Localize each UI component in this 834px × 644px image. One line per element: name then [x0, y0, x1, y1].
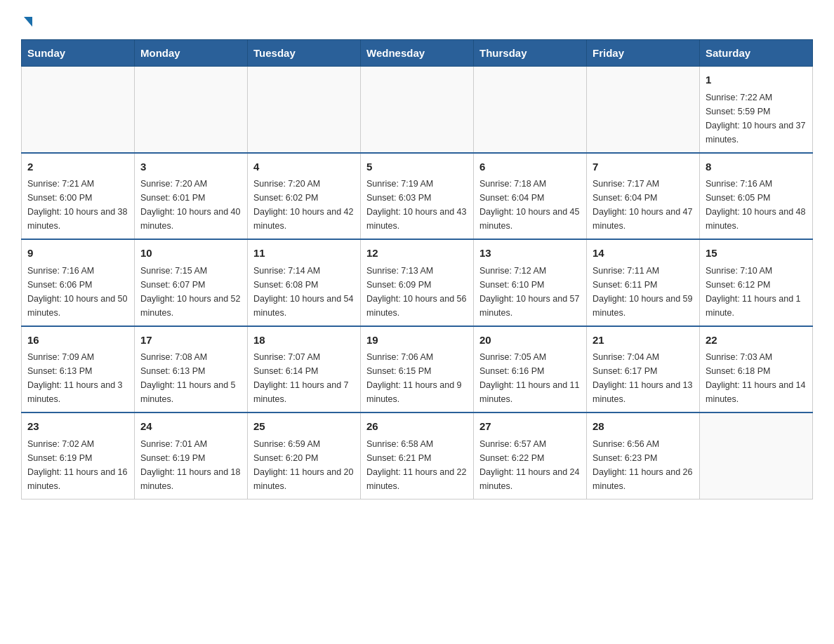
day-info: Sunrise: 7:16 AMSunset: 6:06 PMDaylight:…	[27, 264, 128, 320]
day-info: Sunrise: 7:14 AMSunset: 6:08 PMDaylight:…	[253, 264, 355, 320]
calendar-cell: 13Sunrise: 7:12 AMSunset: 6:10 PMDayligh…	[474, 239, 587, 326]
day-number: 25	[253, 419, 355, 435]
calendar-week-row: 16Sunrise: 7:09 AMSunset: 6:13 PMDayligh…	[22, 326, 813, 413]
calendar-week-row: 23Sunrise: 7:02 AMSunset: 6:19 PMDayligh…	[22, 412, 813, 499]
calendar-cell	[474, 67, 587, 153]
day-info: Sunrise: 7:03 AMSunset: 6:18 PMDaylight:…	[706, 350, 807, 406]
day-of-week-header: Friday	[587, 40, 700, 67]
day-info: Sunrise: 7:04 AMSunset: 6:17 PMDaylight:…	[593, 350, 694, 406]
calendar-cell: 9Sunrise: 7:16 AMSunset: 6:06 PMDaylight…	[22, 239, 135, 326]
calendar-cell: 12Sunrise: 7:13 AMSunset: 6:09 PMDayligh…	[361, 239, 474, 326]
day-number: 1	[706, 72, 807, 88]
day-info: Sunrise: 7:15 AMSunset: 6:07 PMDaylight:…	[140, 264, 241, 320]
calendar-week-row: 2Sunrise: 7:21 AMSunset: 6:00 PMDaylight…	[22, 153, 813, 240]
calendar-cell: 14Sunrise: 7:11 AMSunset: 6:11 PMDayligh…	[587, 239, 700, 326]
day-of-week-header: Thursday	[474, 40, 587, 67]
calendar-header-row: SundayMondayTuesdayWednesdayThursdayFrid…	[22, 40, 813, 67]
day-number: 24	[140, 419, 241, 435]
calendar-week-row: 1Sunrise: 7:22 AMSunset: 5:59 PMDaylight…	[22, 67, 813, 153]
day-number: 6	[479, 159, 581, 175]
calendar-cell	[135, 67, 248, 153]
day-info: Sunrise: 7:20 AMSunset: 6:02 PMDaylight:…	[253, 177, 355, 233]
calendar-cell: 2Sunrise: 7:21 AMSunset: 6:00 PMDaylight…	[22, 153, 135, 240]
calendar-cell	[22, 67, 135, 153]
calendar-table: SundayMondayTuesdayWednesdayThursdayFrid…	[21, 39, 813, 499]
calendar-cell	[700, 412, 813, 499]
calendar-week-row: 9Sunrise: 7:16 AMSunset: 6:06 PMDaylight…	[22, 239, 813, 326]
calendar-cell: 27Sunrise: 6:57 AMSunset: 6:22 PMDayligh…	[474, 412, 587, 499]
day-number: 12	[366, 246, 468, 262]
day-of-week-header: Monday	[135, 40, 248, 67]
day-info: Sunrise: 7:01 AMSunset: 6:19 PMDaylight:…	[140, 437, 241, 493]
day-info: Sunrise: 6:56 AMSunset: 6:23 PMDaylight:…	[593, 437, 694, 493]
day-info: Sunrise: 7:17 AMSunset: 6:04 PMDaylight:…	[593, 177, 694, 233]
day-number: 4	[253, 159, 355, 175]
day-number: 3	[140, 159, 241, 175]
day-number: 28	[593, 419, 694, 435]
calendar-cell	[587, 67, 700, 153]
day-info: Sunrise: 7:19 AMSunset: 6:03 PMDaylight:…	[366, 177, 468, 233]
day-of-week-header: Saturday	[700, 40, 813, 67]
calendar-cell: 3Sunrise: 7:20 AMSunset: 6:01 PMDaylight…	[135, 153, 248, 240]
day-number: 10	[140, 246, 241, 262]
day-info: Sunrise: 7:10 AMSunset: 6:12 PMDaylight:…	[706, 264, 807, 320]
calendar-cell: 28Sunrise: 6:56 AMSunset: 6:23 PMDayligh…	[587, 412, 700, 499]
day-number: 5	[366, 159, 468, 175]
calendar-cell: 8Sunrise: 7:16 AMSunset: 6:05 PMDaylight…	[700, 153, 813, 240]
day-info: Sunrise: 7:09 AMSunset: 6:13 PMDaylight:…	[27, 350, 128, 406]
day-number: 23	[27, 419, 128, 435]
calendar-cell: 23Sunrise: 7:02 AMSunset: 6:19 PMDayligh…	[22, 412, 135, 499]
calendar-cell: 15Sunrise: 7:10 AMSunset: 6:12 PMDayligh…	[700, 239, 813, 326]
day-info: Sunrise: 6:58 AMSunset: 6:21 PMDaylight:…	[366, 437, 468, 493]
calendar-cell: 18Sunrise: 7:07 AMSunset: 6:14 PMDayligh…	[248, 326, 361, 413]
logo-arrow-icon	[24, 17, 32, 27]
calendar-cell: 11Sunrise: 7:14 AMSunset: 6:08 PMDayligh…	[248, 239, 361, 326]
day-info: Sunrise: 7:02 AMSunset: 6:19 PMDaylight:…	[27, 437, 128, 493]
calendar-cell: 22Sunrise: 7:03 AMSunset: 6:18 PMDayligh…	[700, 326, 813, 413]
day-number: 26	[366, 419, 468, 435]
calendar-cell: 20Sunrise: 7:05 AMSunset: 6:16 PMDayligh…	[474, 326, 587, 413]
logo	[21, 14, 32, 25]
day-info: Sunrise: 7:05 AMSunset: 6:16 PMDaylight:…	[479, 350, 581, 406]
calendar-cell: 5Sunrise: 7:19 AMSunset: 6:03 PMDaylight…	[361, 153, 474, 240]
day-number: 20	[479, 333, 581, 349]
calendar-cell: 16Sunrise: 7:09 AMSunset: 6:13 PMDayligh…	[22, 326, 135, 413]
calendar-cell: 7Sunrise: 7:17 AMSunset: 6:04 PMDaylight…	[587, 153, 700, 240]
day-info: Sunrise: 6:59 AMSunset: 6:20 PMDaylight:…	[253, 437, 355, 493]
day-number: 14	[593, 246, 694, 262]
day-info: Sunrise: 7:08 AMSunset: 6:13 PMDaylight:…	[140, 350, 241, 406]
day-info: Sunrise: 7:21 AMSunset: 6:00 PMDaylight:…	[27, 177, 128, 233]
calendar-cell: 26Sunrise: 6:58 AMSunset: 6:21 PMDayligh…	[361, 412, 474, 499]
day-info: Sunrise: 7:13 AMSunset: 6:09 PMDaylight:…	[366, 264, 468, 320]
day-number: 18	[253, 333, 355, 349]
day-number: 19	[366, 333, 468, 349]
day-number: 17	[140, 333, 241, 349]
day-info: Sunrise: 7:06 AMSunset: 6:15 PMDaylight:…	[366, 350, 468, 406]
day-info: Sunrise: 7:07 AMSunset: 6:14 PMDaylight:…	[253, 350, 355, 406]
day-info: Sunrise: 7:11 AMSunset: 6:11 PMDaylight:…	[593, 264, 694, 320]
day-of-week-header: Sunday	[22, 40, 135, 67]
calendar-cell: 24Sunrise: 7:01 AMSunset: 6:19 PMDayligh…	[135, 412, 248, 499]
calendar-cell: 10Sunrise: 7:15 AMSunset: 6:07 PMDayligh…	[135, 239, 248, 326]
day-number: 21	[593, 333, 694, 349]
calendar-cell: 1Sunrise: 7:22 AMSunset: 5:59 PMDaylight…	[700, 67, 813, 153]
day-number: 27	[479, 419, 581, 435]
day-info: Sunrise: 7:12 AMSunset: 6:10 PMDaylight:…	[479, 264, 581, 320]
day-number: 11	[253, 246, 355, 262]
day-number: 2	[27, 159, 128, 175]
calendar-cell: 25Sunrise: 6:59 AMSunset: 6:20 PMDayligh…	[248, 412, 361, 499]
day-number: 22	[706, 333, 807, 349]
day-number: 15	[706, 246, 807, 262]
calendar-cell: 4Sunrise: 7:20 AMSunset: 6:02 PMDaylight…	[248, 153, 361, 240]
day-info: Sunrise: 7:20 AMSunset: 6:01 PMDaylight:…	[140, 177, 241, 233]
day-number: 8	[706, 159, 807, 175]
day-number: 16	[27, 333, 128, 349]
day-number: 9	[27, 246, 128, 262]
calendar-cell: 17Sunrise: 7:08 AMSunset: 6:13 PMDayligh…	[135, 326, 248, 413]
calendar-cell: 6Sunrise: 7:18 AMSunset: 6:04 PMDaylight…	[474, 153, 587, 240]
day-info: Sunrise: 6:57 AMSunset: 6:22 PMDaylight:…	[479, 437, 581, 493]
page-header	[21, 14, 813, 25]
day-number: 7	[593, 159, 694, 175]
calendar-cell	[248, 67, 361, 153]
calendar-cell: 21Sunrise: 7:04 AMSunset: 6:17 PMDayligh…	[587, 326, 700, 413]
